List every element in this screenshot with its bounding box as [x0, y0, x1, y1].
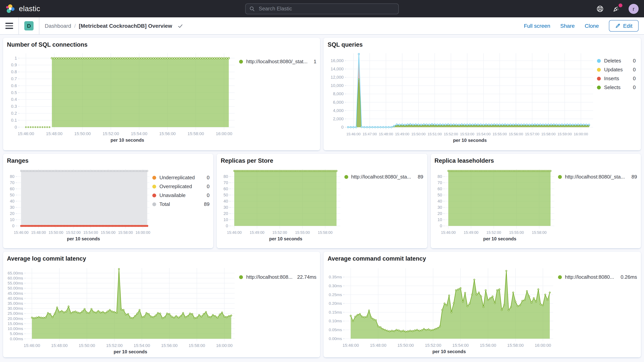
- legend-item[interactable]: Updates0: [597, 67, 636, 72]
- svg-text:0.5: 0.5: [11, 90, 17, 95]
- panel-title[interactable]: Replicas per Store: [217, 154, 427, 164]
- legend-item[interactable]: Total89: [152, 201, 210, 207]
- svg-text:15:55:00: 15:55:00: [295, 230, 310, 234]
- svg-text:15:50:00: 15:50:00: [412, 132, 426, 136]
- avg-command-commit-latency-chart[interactable]: 0.00ms0.05ms0.10ms0.15ms0.20ms0.25ms0.30…: [325, 262, 558, 356]
- panel-title[interactable]: SQL queries: [324, 38, 641, 48]
- legend-item[interactable]: http://localhost:8080/_sta...89: [344, 174, 423, 180]
- svg-text:40: 40: [224, 199, 228, 204]
- avatar[interactable]: r: [628, 4, 638, 14]
- breadcrumb: Dashboard / [Metricbeat CockroachDB] Ove…: [45, 22, 184, 30]
- space-badge[interactable]: D: [24, 21, 34, 30]
- legend-value: 89: [204, 201, 210, 207]
- panel-title[interactable]: Ranges: [3, 154, 214, 164]
- svg-text:35.00ms: 35.00ms: [8, 301, 23, 306]
- svg-text:0.2: 0.2: [11, 111, 17, 116]
- svg-text:per 10 seconds: per 10 seconds: [67, 236, 100, 241]
- legend-item[interactable]: http://localhost:8080/_sta...89: [558, 174, 637, 180]
- legend-item[interactable]: Underreplicated0: [152, 175, 210, 180]
- legend-value: 0: [633, 76, 636, 81]
- sql-queries-chart[interactable]: 02,0004,0006,0008,00010,00012,00014,0001…: [325, 48, 597, 145]
- legend-dot: [239, 275, 243, 279]
- dashboard-toolbar: D Dashboard / [Metricbeat CockroachDB] O…: [0, 17, 644, 35]
- svg-text:per 10 seconds: per 10 seconds: [483, 236, 516, 241]
- legend-item[interactable]: Unavailable0: [152, 192, 210, 198]
- svg-text:15:58:00: 15:58:00: [508, 343, 524, 348]
- elastic-logo[interactable]: [6, 4, 16, 14]
- svg-text:0.3: 0.3: [11, 104, 17, 109]
- legend-item[interactable]: Overreplicated0: [152, 184, 210, 189]
- legend-value: 0: [633, 67, 636, 72]
- legend-item[interactable]: http://localhost:808...22.74ms: [239, 274, 316, 280]
- svg-text:15:57:00: 15:57:00: [525, 132, 540, 136]
- replicas-per-store-chart[interactable]: 0102030405060708015:46:0015:49:0015:52:0…: [218, 164, 344, 244]
- legend-dot: [152, 176, 156, 180]
- svg-text:60.00ms: 60.00ms: [8, 276, 23, 280]
- help-icon[interactable]: [596, 5, 604, 12]
- legend-item[interactable]: Selects0: [597, 84, 636, 90]
- legend-label: http://localhost:8080...: [565, 274, 614, 280]
- svg-text:50: 50: [437, 192, 442, 198]
- legend: http://localhost:8080/_sta...89: [344, 164, 426, 248]
- svg-text:30.00ms: 30.00ms: [8, 306, 23, 310]
- edit-button[interactable]: Edit: [609, 20, 638, 32]
- legend-dot: [597, 59, 601, 63]
- svg-text:15:58:00: 15:58:00: [318, 230, 333, 234]
- svg-text:per 10 seconds: per 10 seconds: [432, 349, 466, 354]
- svg-text:0.20ms: 0.20ms: [329, 301, 342, 306]
- svg-text:10,000: 10,000: [331, 83, 344, 88]
- replica-leaseholders-chart[interactable]: 0102030405060708015:46:0015:49:0015:52:0…: [432, 164, 558, 244]
- panel-replica-leaseholders: Replica leaseholders 0102030405060708015…: [430, 154, 641, 248]
- share-button[interactable]: Share: [560, 23, 575, 29]
- legend-label: Deletes: [604, 58, 621, 64]
- svg-text:15:49:00: 15:49:00: [464, 230, 478, 234]
- svg-text:15:51:00: 15:51:00: [428, 132, 442, 136]
- svg-text:14,000: 14,000: [331, 66, 344, 71]
- legend-value: 1: [314, 58, 316, 64]
- legend-label: Updates: [604, 67, 623, 72]
- breadcrumb-dashboard-link[interactable]: Dashboard: [45, 23, 71, 29]
- ranges-chart[interactable]: 0102030405060708015:46:0015:48:0015:50:0…: [5, 164, 152, 244]
- global-search[interactable]: [245, 3, 399, 14]
- legend-item[interactable]: http://localhost:8080...0.26ms: [558, 274, 637, 280]
- legend-item[interactable]: http://localhost:8080/_stat...1: [239, 58, 316, 64]
- search-icon: [250, 6, 255, 11]
- legend-dot: [558, 275, 562, 279]
- legend: http://localhost:8080...0.26ms: [558, 262, 639, 357]
- panel-title[interactable]: Replica leaseholders: [430, 154, 641, 164]
- title-check-icon[interactable]: [177, 22, 184, 30]
- panel-avg-command-commit-latency: Average command commit latency 0.00ms0.0…: [324, 252, 641, 357]
- svg-text:0.15ms: 0.15ms: [329, 310, 342, 314]
- legend-item[interactable]: Inserts0: [597, 76, 636, 81]
- avg-log-commit-latency-chart[interactable]: 0.00ms5.00ms10.00ms15.00ms20.00ms25.00ms…: [5, 262, 239, 356]
- svg-text:0.00ms: 0.00ms: [329, 336, 342, 341]
- breadcrumb-separator: /: [74, 23, 76, 29]
- newsfeed-icon[interactable]: [612, 5, 620, 12]
- menu-icon[interactable]: [6, 23, 13, 29]
- svg-text:15:49:00: 15:49:00: [250, 230, 264, 234]
- sql-connections-chart[interactable]: 00.10.20.30.40.50.60.70.80.9115:46:0015:…: [5, 48, 239, 145]
- full-screen-button[interactable]: Full screen: [524, 23, 550, 29]
- legend-dot: [597, 68, 601, 72]
- svg-text:per 10 seconds: per 10 seconds: [110, 138, 144, 143]
- clone-button[interactable]: Clone: [585, 23, 599, 29]
- svg-text:15:47:00: 15:47:00: [363, 132, 377, 136]
- svg-text:15:46:00: 15:46:00: [24, 343, 40, 348]
- panel-title[interactable]: Average command commit latency: [324, 252, 641, 262]
- legend-item[interactable]: Deletes0: [597, 58, 636, 64]
- svg-text:5.00ms: 5.00ms: [10, 331, 23, 336]
- svg-text:15.00ms: 15.00ms: [8, 321, 23, 326]
- svg-text:40: 40: [10, 199, 14, 204]
- edit-button-label: Edit: [623, 23, 632, 29]
- panel-title[interactable]: Number of SQL connections: [3, 38, 320, 48]
- panel-title[interactable]: Average log commit latency: [3, 252, 320, 262]
- svg-text:15:50:00: 15:50:00: [79, 343, 95, 348]
- legend-label: http://localhost:8080/_sta...: [565, 174, 625, 180]
- legend-label: Overreplicated: [160, 184, 192, 189]
- svg-text:15:54:00: 15:54:00: [83, 230, 98, 234]
- svg-text:per 10 seconds: per 10 seconds: [453, 138, 487, 143]
- legend: http://localhost:8080/_sta...89: [558, 164, 639, 248]
- svg-text:15:56:00: 15:56:00: [161, 343, 178, 348]
- search-input[interactable]: [258, 6, 394, 12]
- svg-text:0: 0: [440, 224, 442, 228]
